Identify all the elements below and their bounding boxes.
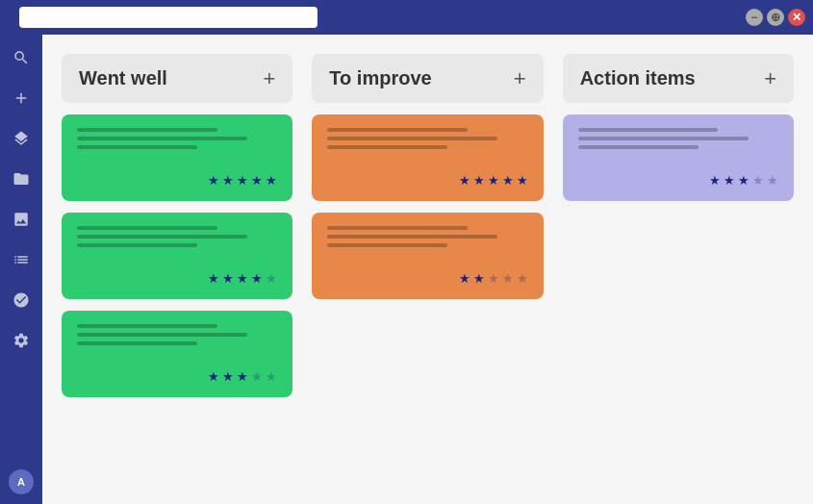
star: ★ [208,369,219,384]
card-line [77,128,217,132]
column-title-went-well: Went well [79,67,167,89]
column-to-improve: To improve + ★ ★ ★ ★ ★ [312,54,543,397]
maximize-button[interactable]: ⊕ [767,9,784,26]
add-card-action-items-button[interactable]: + [764,68,776,89]
card-line [327,235,497,239]
star-empty: ★ [752,173,764,188]
card-line [578,137,749,140]
card-to-improve-2[interactable]: ★ ★ ★ ★ ★ [312,213,543,299]
card-lines [77,128,277,149]
card-stars: ★ ★ ★ ★ ★ [208,369,277,384]
star: ★ [738,173,749,188]
star: ★ [724,173,735,188]
card-stars: ★ ★ ★ ★ ★ [459,173,528,188]
sidebar-item-chart[interactable] [8,246,35,273]
star: ★ [517,173,528,188]
card-line [327,243,447,247]
star-empty: ★ [251,369,263,384]
star-empty: ★ [517,271,528,286]
star: ★ [459,173,470,188]
star: ★ [251,173,263,188]
sidebar-item-gear[interactable] [8,327,35,354]
title-bar: − ⊕ ✕ [0,0,813,35]
card-line [327,226,468,230]
card-lines [77,324,277,345]
star: ★ [237,271,248,286]
star-empty: ★ [488,271,499,286]
star: ★ [709,173,721,188]
column-title-action-items: Action items [580,67,696,89]
star: ★ [488,173,499,188]
card-line [578,145,699,149]
card-lines [327,128,527,149]
card-line [77,333,247,337]
star-empty: ★ [266,369,277,384]
star: ★ [222,369,234,384]
card-line [77,243,197,247]
card-went-well-2[interactable]: ★ ★ ★ ★ ★ [62,213,292,299]
card-line [77,226,217,230]
star: ★ [222,173,234,188]
card-line [77,324,217,328]
card-stars: ★ ★ ★ ★ ★ [459,271,528,286]
card-lines [578,128,778,149]
sidebar-item-layers[interactable] [8,125,35,152]
star: ★ [473,173,485,188]
card-line [77,137,247,140]
column-went-well: Went well + ★ ★ ★ ★ ★ [62,54,292,397]
column-title-to-improve: To improve [329,67,431,89]
sidebar-item-settings-circle[interactable] [8,287,35,314]
star-empty: ★ [767,173,778,188]
star-empty: ★ [502,271,514,286]
window-controls: − ⊕ ✕ [746,9,805,26]
star: ★ [251,271,263,286]
card-went-well-3[interactable]: ★ ★ ★ ★ ★ [62,311,292,397]
card-stars: ★ ★ ★ ★ ★ [208,173,277,188]
columns-container: Went well + ★ ★ ★ ★ ★ [62,54,794,397]
star: ★ [473,271,485,286]
content-area: Went well + ★ ★ ★ ★ ★ [42,35,813,504]
minimize-button[interactable]: − [746,9,763,26]
star: ★ [237,173,248,188]
sidebar-item-search[interactable] [8,44,35,71]
star: ★ [237,369,248,384]
card-line [327,145,447,149]
card-line [77,145,197,149]
star: ★ [222,271,234,286]
add-card-to-improve-button[interactable]: + [514,68,526,89]
card-stars: ★ ★ ★ ★ ★ [709,173,778,188]
card-stars: ★ ★ ★ ★ ★ [208,271,277,286]
card-line [578,128,719,132]
close-button[interactable]: ✕ [788,9,805,26]
sidebar-item-add[interactable] [8,85,35,112]
star: ★ [459,271,470,286]
card-to-improve-1[interactable]: ★ ★ ★ ★ ★ [312,114,543,201]
star: ★ [208,173,219,188]
avatar[interactable]: A [9,469,34,494]
card-action-items-1[interactable]: ★ ★ ★ ★ ★ [563,114,794,201]
sidebar: A [0,35,42,504]
column-action-items: Action items + ★ ★ ★ ★ ★ [563,54,794,397]
sidebar-item-image[interactable] [8,206,35,233]
add-card-went-well-button[interactable]: + [263,68,275,89]
sidebar-item-folder[interactable] [8,165,35,192]
card-went-well-1[interactable]: ★ ★ ★ ★ ★ [62,114,292,201]
card-line [77,235,247,239]
column-header-action-items: Action items + [563,54,794,103]
card-lines [327,226,527,247]
search-input[interactable] [19,7,318,28]
column-header-to-improve: To improve + [312,54,543,103]
card-line [327,137,497,140]
star: ★ [502,173,514,188]
star: ★ [266,173,277,188]
star-empty: ★ [266,271,277,286]
star: ★ [208,271,219,286]
card-lines [77,226,277,247]
card-line [77,341,197,345]
card-line [327,128,468,132]
column-header-went-well: Went well + [62,54,292,103]
main-layout: A Went well + ★ ★ [0,35,813,504]
